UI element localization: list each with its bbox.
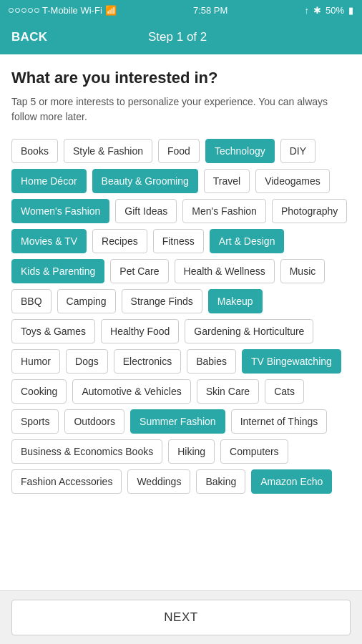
- tag-gift-ideas[interactable]: Gift Ideas: [115, 199, 177, 223]
- tag-diy[interactable]: DIY: [280, 139, 315, 163]
- tag-videogames[interactable]: Videogames: [255, 169, 330, 193]
- tag-strange-finds[interactable]: Strange Finds: [122, 289, 202, 313]
- tag-business-economics[interactable]: Business & Economics Books: [11, 439, 162, 464]
- tag-gardening[interactable]: Gardening & Horticulture: [185, 319, 313, 343]
- tag-music[interactable]: Music: [280, 259, 326, 283]
- back-button[interactable]: BACK: [11, 30, 47, 44]
- tag-amazon-echo[interactable]: Amazon Echo: [251, 469, 332, 494]
- tag-womens-fashion[interactable]: Women's Fashion: [11, 199, 109, 223]
- tag-internet-of-things[interactable]: Internet of Things: [231, 409, 328, 434]
- tag-humor[interactable]: Humor: [11, 349, 60, 374]
- tags-container: BooksStyle & FashionFoodTechnologyDIYHom…: [11, 139, 351, 494]
- page-subtitle: Tap 5 or more interests to personalize y…: [11, 94, 351, 125]
- tag-tv-bingewatching[interactable]: TV Bingewatching: [242, 349, 341, 374]
- signal-icon: [9, 8, 39, 13]
- tag-babies[interactable]: Babies: [187, 349, 236, 374]
- tag-pet-care[interactable]: Pet Care: [110, 259, 168, 283]
- carrier-label: T-Mobile Wi-Fi: [42, 5, 102, 16]
- bluetooth-icon: ✱: [313, 5, 321, 16]
- tag-toys-games[interactable]: Toys & Games: [11, 319, 95, 343]
- tag-makeup[interactable]: Makeup: [208, 289, 263, 313]
- tag-fitness[interactable]: Fitness: [153, 229, 204, 253]
- bottom-bar: NEXT: [0, 590, 362, 644]
- battery-icon: ▮: [348, 5, 353, 16]
- tag-bbq[interactable]: BBQ: [11, 289, 52, 313]
- tag-fashion-accessories[interactable]: Fashion Accessories: [11, 469, 122, 494]
- tag-weddings[interactable]: Weddings: [127, 469, 190, 494]
- wifi-icon: 📶: [105, 5, 117, 16]
- tag-summer-fashion[interactable]: Summer Fashion: [130, 409, 225, 434]
- tag-style-fashion[interactable]: Style & Fashion: [64, 139, 152, 163]
- nav-title: Step 1 of 2: [148, 30, 207, 44]
- nav-bar: BACK Step 1 of 2: [0, 20, 362, 54]
- tag-books[interactable]: Books: [11, 139, 58, 163]
- next-button[interactable]: NEXT: [11, 600, 351, 635]
- tag-technology[interactable]: Technology: [205, 139, 275, 163]
- content-area: What are you interested in? Tap 5 or mor…: [0, 54, 362, 590]
- status-left: T-Mobile Wi-Fi 📶: [9, 5, 117, 16]
- tag-mens-fashion[interactable]: Men's Fashion: [182, 199, 266, 223]
- tag-outdoors[interactable]: Outdoors: [64, 409, 124, 434]
- tag-kids-parenting[interactable]: Kids & Parenting: [11, 259, 104, 283]
- tag-cats[interactable]: Cats: [265, 379, 304, 404]
- battery-label: 50%: [326, 5, 344, 16]
- tag-camping[interactable]: Camping: [57, 289, 116, 313]
- tag-healthy-food[interactable]: Healthy Food: [101, 319, 179, 343]
- status-bar: T-Mobile Wi-Fi 📶 7:58 PM ↑ ✱ 50% ▮: [0, 0, 362, 20]
- status-right: ↑ ✱ 50% ▮: [304, 5, 353, 16]
- tag-art-design[interactable]: Art & Design: [210, 229, 285, 253]
- tag-recipes[interactable]: Recipes: [92, 229, 147, 253]
- tag-cooking[interactable]: Cooking: [11, 379, 67, 404]
- tag-electronics[interactable]: Electronics: [114, 349, 181, 374]
- tag-travel[interactable]: Travel: [204, 169, 250, 193]
- tag-beauty-grooming[interactable]: Beauty & Grooming: [92, 169, 198, 193]
- tag-sports[interactable]: Sports: [11, 409, 59, 434]
- time-label: 7:58 PM: [193, 5, 228, 16]
- tag-movies-tv[interactable]: Movies & TV: [11, 229, 87, 253]
- tag-dogs[interactable]: Dogs: [66, 349, 108, 374]
- tag-home-decor[interactable]: Home Décor: [11, 169, 87, 193]
- tag-skin-care[interactable]: Skin Care: [197, 379, 259, 404]
- tag-automotive[interactable]: Automotive & Vehicles: [72, 379, 190, 404]
- tag-computers[interactable]: Computers: [220, 439, 288, 464]
- tag-baking[interactable]: Baking: [196, 469, 245, 494]
- tag-health-wellness[interactable]: Health & Wellness: [175, 259, 275, 283]
- tag-food[interactable]: Food: [158, 139, 200, 163]
- tag-hiking[interactable]: Hiking: [168, 439, 215, 464]
- page-title: What are you interested in?: [11, 69, 351, 87]
- arrow-icon: ↑: [304, 5, 309, 16]
- tag-photography[interactable]: Photography: [272, 199, 347, 223]
